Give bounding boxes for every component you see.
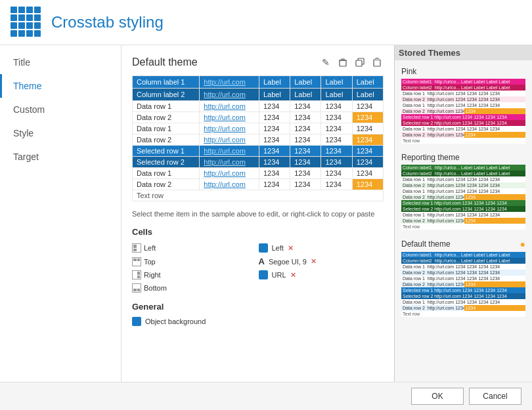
- cell-right-label: Right: [144, 271, 161, 279]
- cells-grid: Left Left ✕ Top A: [132, 242, 384, 294]
- ok-button[interactable]: OK: [411, 388, 464, 405]
- cell-left-label: Left: [144, 244, 156, 252]
- font-label: Segoe UI, 9: [269, 258, 307, 266]
- selected-row-1[interactable]: Selected row 1 http://url.com 1234 1234 …: [133, 146, 384, 157]
- url-remove-button[interactable]: ✕: [290, 271, 296, 279]
- theme-card-default[interactable]: Default theme ● Column label1 http://url…: [401, 239, 525, 317]
- cell-font[interactable]: A Segoe UI, 9 ✕: [259, 255, 384, 268]
- cells-section-title: Cells: [132, 227, 384, 237]
- app-icon: [11, 7, 42, 38]
- sidebar-item-theme[interactable]: Theme: [0, 74, 121, 98]
- cell-bottom: Bottom: [132, 282, 257, 294]
- cell-url[interactable]: URL ✕: [259, 269, 384, 281]
- cell-background[interactable]: Left ✕: [259, 242, 384, 254]
- border-bottom-icon: [132, 283, 141, 293]
- background-label: Left: [272, 244, 284, 252]
- sample-table[interactable]: Column label 1 http://url.com Label Labe…: [132, 75, 384, 201]
- page-title: Crosstab styling: [51, 13, 164, 31]
- stored-themes-title: Stored Themes: [395, 45, 532, 60]
- footer: OK Cancel: [0, 382, 532, 410]
- sidebar: Title Theme Custom Style Target: [0, 45, 122, 382]
- table-row[interactable]: Column label 1 http://url.com Label Labe…: [133, 76, 384, 89]
- table-row[interactable]: Data row 1 http://url.com 1234 1234 1234…: [133, 168, 384, 179]
- svg-rect-3: [374, 60, 380, 66]
- font-icon: A: [259, 256, 265, 266]
- object-bg-swatch[interactable]: [132, 317, 141, 326]
- url-color-swatch[interactable]: [259, 270, 268, 279]
- svg-rect-0: [340, 60, 346, 66]
- sidebar-item-style[interactable]: Style: [0, 121, 121, 145]
- paste-icon[interactable]: [370, 56, 384, 69]
- general-section: General Object background: [132, 302, 384, 326]
- cell-right: Right: [132, 269, 257, 281]
- object-background-label: Object background: [145, 318, 206, 325]
- object-background-row[interactable]: Object background: [132, 317, 384, 326]
- edit-icon[interactable]: ✎: [319, 56, 332, 69]
- sidebar-item-title[interactable]: Title: [0, 51, 121, 74]
- table-row[interactable]: Column label 2 http://url.com Label Labe…: [133, 89, 384, 101]
- theme-card-pink[interactable]: Pink Column label1 http://urlco... Label…: [401, 67, 525, 144]
- table-row[interactable]: Data row 1 http://url.com 1234 1234 1234…: [133, 123, 384, 134]
- theme-mini-reporting: Column label1 http://urlco... Label Labe…: [401, 165, 525, 230]
- theme-card-reporting[interactable]: Reporting theme Column label1 http://url…: [401, 153, 525, 230]
- selected-row-2[interactable]: Selected row 2 http://url.com 1234 1234 …: [133, 157, 384, 168]
- toolbar: ✎: [319, 56, 384, 69]
- delete-icon[interactable]: [336, 56, 349, 69]
- general-section-title: General: [132, 302, 384, 312]
- border-top-icon: [132, 257, 141, 266]
- cancel-button[interactable]: Cancel: [469, 388, 521, 405]
- cell-top: Top: [132, 255, 257, 268]
- copy-icon[interactable]: [353, 56, 366, 69]
- border-right-icon: [132, 270, 141, 279]
- background-remove-button[interactable]: ✕: [288, 244, 294, 253]
- border-left-icon: [132, 243, 141, 253]
- theme-card-title-default: Default theme ●: [401, 239, 525, 249]
- url-label: URL: [272, 271, 286, 279]
- background-color-swatch[interactable]: [259, 243, 268, 253]
- theme-mini-pink: Column label1 http://urlco... Label Labe…: [401, 79, 525, 144]
- section-header: Default theme ✎: [132, 56, 384, 69]
- cell-left: Left: [132, 242, 257, 254]
- content-area: Default theme ✎: [122, 45, 394, 382]
- theme-card-title-pink: Pink: [401, 67, 525, 76]
- svg-rect-4: [375, 59, 379, 60]
- table-row[interactable]: Data row 2 http://url.com 1234 1234 1234…: [133, 179, 384, 190]
- section-title-text: Default theme: [132, 56, 198, 68]
- cell-top-label: Top: [144, 258, 156, 266]
- main-layout: Title Theme Custom Style Target Default …: [0, 45, 532, 382]
- info-text: Select theme item in the sample above to…: [132, 209, 384, 219]
- cell-bottom-label: Bottom: [144, 284, 167, 292]
- sidebar-item-custom[interactable]: Custom: [0, 98, 121, 121]
- text-row[interactable]: Text row: [133, 190, 384, 201]
- sidebar-item-target[interactable]: Target: [0, 145, 121, 169]
- svg-rect-2: [356, 60, 362, 66]
- table-row[interactable]: Data row 1 http://url.com 1234 1234 1234…: [133, 101, 384, 112]
- font-remove-button[interactable]: ✕: [311, 257, 317, 266]
- table-row[interactable]: Data row 2 http://url.com 1234 1234 1234…: [133, 134, 384, 146]
- table-row[interactable]: Data row 2 http://url.com 1234 1234 1234…: [133, 112, 384, 123]
- header: Crosstab styling: [0, 0, 532, 45]
- theme-card-title-reporting: Reporting theme: [401, 153, 525, 162]
- stored-themes-panel: Stored Themes Pink Column label1 http://…: [394, 45, 532, 382]
- theme-mini-default: Column label1 http://urlco... Label Labe…: [401, 252, 525, 317]
- active-theme-indicator: ●: [520, 239, 525, 249]
